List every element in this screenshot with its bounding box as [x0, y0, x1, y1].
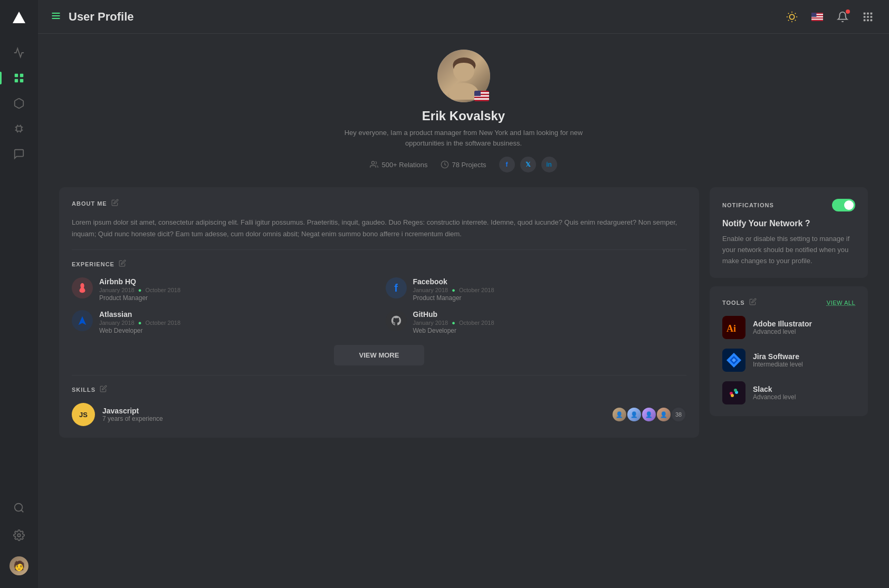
social-linkedin[interactable]: in: [541, 157, 557, 172]
theme-toggle-icon[interactable]: [783, 8, 800, 25]
slack-logo: [722, 381, 745, 404]
airbnb-logo: [72, 277, 93, 298]
header: User Profile: [38, 0, 889, 34]
svg-rect-42: [871, 16, 873, 18]
exp-airbnb: Airbnb HQ January 2018 ● October 2018 Pr…: [72, 277, 373, 302]
facebook-logo: f: [386, 277, 407, 298]
notifications-bell-icon[interactable]: [834, 8, 851, 25]
profile-stats: 500+ Relations 78 Projects f 𝕏 in: [370, 157, 557, 172]
svg-rect-3: [15, 79, 18, 82]
social-twitter[interactable]: 𝕏: [520, 157, 536, 172]
profile-flag: [474, 91, 489, 101]
svg-rect-53: [474, 98, 489, 100]
profile-socials: f 𝕏 in: [499, 157, 557, 172]
skills-divider: [72, 375, 686, 375]
svg-rect-54: [474, 100, 489, 101]
skills-header: SKILLS: [72, 385, 686, 394]
svg-line-27: [788, 20, 789, 20]
tools-title: TOOLS: [722, 300, 745, 306]
svg-rect-39: [871, 12, 873, 14]
svg-rect-37: [864, 12, 866, 14]
slack-level: Advanced level: [753, 393, 855, 401]
facebook-company: Facebook: [413, 277, 687, 286]
atlassian-company: Atlassian: [99, 310, 373, 319]
avatar: 🧑: [9, 556, 28, 575]
exp-atlassian: Atlassian January 2018 ● October 2018 We…: [72, 310, 373, 334]
app-logo[interactable]: [7, 6, 31, 30]
github-role: Web Developer: [413, 327, 687, 334]
sidebar-item-search[interactable]: [9, 495, 28, 520]
exp-github: GitHub January 2018 ● October 2018 Web D…: [386, 310, 687, 334]
sidebar-item-settings[interactable]: [9, 523, 28, 548]
about-text: Lorem ipsum dolor sit amet, consectetur …: [72, 217, 686, 240]
language-flag-icon[interactable]: [809, 8, 826, 25]
slack-info: Slack Advanced level: [753, 385, 855, 401]
sidebar-item-chat[interactable]: [0, 141, 38, 167]
profile-avatar-wrap: [437, 50, 490, 102]
about-edit-icon[interactable]: [111, 199, 119, 208]
sidebar-item-activity[interactable]: [0, 40, 38, 65]
tools-edit-icon[interactable]: [749, 298, 757, 307]
airbnb-info: Airbnb HQ January 2018 ● October 2018 Pr…: [99, 277, 373, 302]
svg-rect-1: [15, 74, 18, 77]
svg-rect-62: [722, 381, 745, 404]
skill-javascript: JS Javascript 7 years of experience 👤 👤 …: [72, 403, 686, 426]
exp-facebook: f Facebook January 2018 ● October 2018 P…: [386, 277, 687, 302]
slack-name: Slack: [753, 385, 855, 393]
notifications-title: NOTIFICATIONS: [722, 202, 774, 208]
grid-apps-icon[interactable]: [859, 8, 876, 25]
svg-rect-43: [864, 19, 866, 21]
svg-point-14: [15, 504, 23, 512]
svg-rect-35: [811, 20, 823, 21]
notify-network-title: Notify Your Network ?: [722, 219, 855, 228]
view-more-button[interactable]: VIEW MORE: [334, 345, 425, 365]
about-me-card: ABOUT ME Lorem ipsum dolor sit amet, con…: [59, 187, 699, 438]
notifications-card: NOTIFICATIONS Notify Your Network ? Enab…: [710, 187, 868, 278]
svg-rect-41: [867, 16, 869, 18]
svg-marker-58: [79, 316, 87, 325]
endorser-2: 👤: [626, 407, 642, 422]
experience-edit-icon[interactable]: [119, 259, 126, 269]
svg-line-23: [788, 13, 789, 13]
notify-network-desc: Enable or disable this setting to manage…: [722, 234, 855, 266]
col-left: ABOUT ME Lorem ipsum dolor sit amet, con…: [59, 187, 699, 446]
two-col-layout: ABOUT ME Lorem ipsum dolor sit amet, con…: [59, 187, 868, 446]
svg-rect-65: [734, 389, 737, 392]
sidebar-item-avatar[interactable]: 🧑: [9, 550, 28, 582]
atlassian-info: Atlassian January 2018 ● October 2018 We…: [99, 310, 373, 334]
skills-edit-icon[interactable]: [100, 385, 107, 394]
atlassian-dates: January 2018 ● October 2018: [99, 320, 373, 326]
airbnb-dates: January 2018 ● October 2018: [99, 287, 373, 293]
jira-logo: [722, 349, 745, 372]
toggle-knob: [844, 200, 854, 210]
svg-point-16: [17, 534, 21, 537]
about-divider: [72, 249, 686, 250]
facebook-info: Facebook January 2018 ● October 2018 Pro…: [413, 277, 687, 302]
menu-icon[interactable]: [51, 11, 61, 23]
svg-rect-40: [864, 16, 866, 18]
profile-name: Erik Kovalsky: [422, 109, 505, 123]
tools-header: TOOLS VIEW ALL: [722, 298, 855, 307]
facebook-role: Product Manager: [413, 294, 687, 302]
notifications-toggle[interactable]: [832, 199, 855, 211]
skill-endorsers: 👤 👤 👤 👤 38: [611, 407, 686, 422]
about-header: ABOUT ME: [72, 199, 686, 208]
sidebar-item-chip[interactable]: [0, 116, 38, 141]
tool-slack: Slack Advanced level: [722, 381, 855, 404]
about-title: ABOUT ME: [72, 200, 107, 207]
endorser-4: 👤: [656, 407, 672, 422]
sidebar-item-dashboard[interactable]: [0, 65, 38, 91]
svg-marker-0: [13, 12, 25, 23]
sidebar-item-cube[interactable]: [0, 91, 38, 116]
skill-js-exp: 7 years of experience: [102, 415, 604, 422]
main-area: User Profile: [38, 0, 889, 588]
social-facebook[interactable]: f: [499, 157, 515, 172]
svg-line-15: [21, 510, 23, 512]
atlassian-logo: [72, 310, 93, 331]
svg-rect-44: [867, 19, 869, 21]
svg-rect-4: [20, 79, 23, 82]
github-dates: January 2018 ● October 2018: [413, 320, 687, 326]
sidebar: 🧑: [0, 0, 38, 588]
tools-view-all[interactable]: VIEW ALL: [827, 300, 855, 306]
skill-js-info: Javascript 7 years of experience: [102, 407, 604, 422]
